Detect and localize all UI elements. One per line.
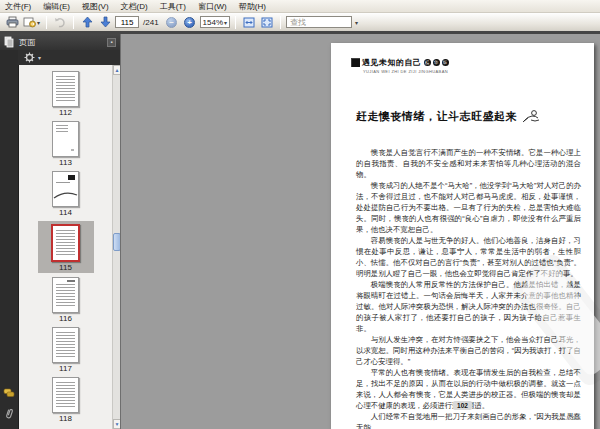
zoom-level-value: 154%: [203, 18, 223, 27]
toolbar-separator: [46, 16, 47, 29]
section-title-text: 赶走懊丧情绪，让斗志旺盛起来: [356, 109, 517, 124]
paragraph: 懊丧是人自觉言行不满而产生的一种不安情绪。它是一种心理上的自我指责、自我的不安全…: [356, 147, 581, 180]
pdf-reader-window: 文件(F) 编辑(E) 视图(V) 文档(D) 工具(T) 窗口(W) 帮助(H…: [0, 0, 600, 429]
thumbnails-scrollbar[interactable]: ▲ ▼: [112, 65, 120, 429]
thumbnail-page-117[interactable]: 117: [52, 327, 79, 373]
attachments-button[interactable]: [4, 407, 15, 420]
scrollbar-thumb[interactable]: [113, 233, 120, 251]
menu-tools[interactable]: 工具(T): [160, 1, 186, 12]
page-total-label: /241: [143, 18, 159, 27]
menu-view[interactable]: 视图(V): [82, 1, 109, 12]
scroll-up-icon[interactable]: ▲: [113, 65, 120, 75]
gear-icon: [24, 52, 35, 63]
book-logo: 遇见未知的自己 精 华 版 YUJIAN WEI ZHI DE ZIJI JIN…: [351, 57, 449, 74]
zoom-in-button[interactable]: +: [182, 15, 198, 30]
share-button[interactable]: ▾: [22, 15, 41, 30]
arrow-down-icon: [100, 16, 111, 28]
menu-file[interactable]: 文件(F): [5, 1, 31, 12]
page-footer: 102: [331, 394, 594, 412]
thumbnail-label: 112: [59, 108, 72, 117]
book-logo-icon: [351, 58, 360, 67]
menu-document[interactable]: 文档(D): [121, 1, 148, 12]
zoom-level-select[interactable]: 154% ▾: [200, 16, 230, 28]
zoom-out-button[interactable]: −: [164, 15, 180, 30]
thumbnail-page-114[interactable]: 114: [52, 171, 79, 217]
logo-badge: 华: [433, 59, 440, 66]
email-icon: [23, 16, 36, 28]
thumbnail-label: 118: [59, 414, 72, 423]
menu-window[interactable]: 窗口(W): [198, 1, 227, 12]
print-button[interactable]: [4, 15, 20, 30]
zoom-caret-icon: ▾: [224, 19, 227, 26]
logo-badge: 精: [424, 59, 431, 66]
undo-icon: [54, 17, 66, 28]
scroll-down-icon[interactable]: ▼: [113, 419, 120, 429]
comments-button[interactable]: [3, 388, 15, 398]
fit-page-button[interactable]: [259, 15, 275, 30]
comments-icon: [3, 388, 15, 398]
fit-width-button[interactable]: [241, 15, 257, 30]
thumbnails-options-button[interactable]: ▾: [18, 50, 120, 65]
next-page-button[interactable]: [97, 15, 113, 30]
gear-caret-icon: ▾: [38, 54, 41, 61]
zoom-out-icon: −: [166, 17, 177, 28]
find-options-caret-icon[interactable]: ▾: [355, 19, 358, 26]
zoom-in-icon: +: [184, 17, 195, 28]
toolbar-separator: [280, 16, 281, 29]
sketch-illustration-icon: [521, 109, 541, 124]
thumbnail-page-118[interactable]: 118: [52, 377, 79, 423]
page-number-label: 102: [453, 401, 472, 410]
toolbar-separator: [73, 16, 74, 29]
paragraph: 懊丧成习的人绝不是个“马大哈”，他没学到“马大哈”对人对己的办法，不舍得过且过，…: [356, 180, 581, 235]
pages-icon: [4, 36, 14, 48]
thumbnails-viewport: 112 113: [18, 65, 120, 429]
fit-page-icon: [261, 17, 273, 28]
pages-panel-header[interactable]: 页面 ▪: [0, 34, 120, 50]
paragraph: 人们经常不自觉地用一把刀子来刻画自己的形象，“因为我是愚蠢无能: [356, 411, 581, 429]
arrow-up-icon: [82, 16, 93, 28]
thumbnail-page-113[interactable]: 113: [52, 121, 79, 167]
toolbar-separator: [235, 16, 236, 29]
navigation-rail: [0, 50, 18, 429]
paperclip-icon: [4, 407, 15, 420]
undo-button[interactable]: [52, 15, 68, 30]
menu-edit[interactable]: 编辑(E): [43, 1, 70, 12]
thumbnail-label: 117: [59, 364, 72, 373]
thumbnail-label: 113: [59, 158, 72, 167]
document-canvas[interactable]: 遇见未知的自己 精 华 版 YUJIAN WEI ZHI DE ZIJI JIN…: [120, 34, 600, 429]
fit-width-icon: [243, 17, 255, 28]
previous-page-button[interactable]: [79, 15, 95, 30]
page-number-input[interactable]: [115, 16, 139, 28]
thumbnail-label: 116: [59, 314, 72, 323]
toolbar: ▾ /241 − + 154% ▾: [0, 13, 600, 31]
panel-options-button[interactable]: ▪: [107, 38, 116, 47]
document-page: 遇见未知的自己 精 华 版 YUJIAN WEI ZHI DE ZIJI JIN…: [331, 43, 594, 429]
printer-icon: [6, 16, 19, 28]
share-caret-icon: ▾: [37, 19, 40, 26]
find-input[interactable]: [286, 16, 352, 28]
thumbnail-label: 114: [59, 208, 72, 217]
book-logo-title: 遇见未知的自己: [362, 57, 422, 68]
book-logo-subtitle: YUJIAN WEI ZHI DE ZIJI JINGHUABAN: [363, 69, 449, 74]
pages-panel-title: 页面: [19, 37, 35, 48]
thumbnail-page-116[interactable]: 116: [52, 277, 79, 323]
thumbnail-page-115-selected[interactable]: 115: [38, 221, 94, 273]
logo-badge: 版: [442, 59, 449, 66]
menu-help[interactable]: 帮助(H): [239, 1, 266, 12]
paragraph: 与别人发生冲突，在对方恃强要挟之下，他会当众打自己耳光，以求宽恕。同时用这种办法…: [356, 334, 581, 367]
thumbnails-panel: ▾ 112: [18, 50, 120, 429]
thumbnail-page-112[interactable]: 112: [52, 71, 79, 117]
menu-bar: 文件(F) 编辑(E) 视图(V) 文档(D) 工具(T) 窗口(W) 帮助(H…: [0, 0, 600, 13]
navigation-pane: 页面 ▪: [0, 34, 120, 429]
thumbnail-label: 115: [59, 263, 72, 272]
section-title: 赶走懊丧情绪，让斗志旺盛起来: [356, 109, 541, 124]
